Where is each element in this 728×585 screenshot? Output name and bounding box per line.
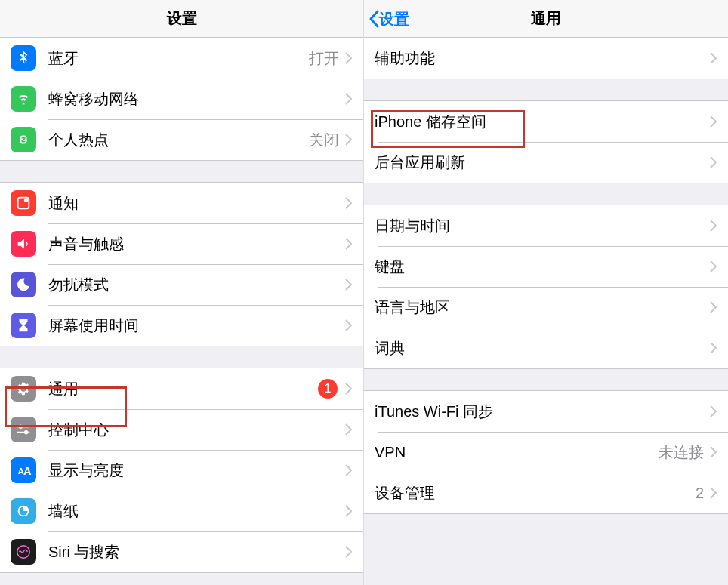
row-siri[interactable]: Siri 与搜索 — [0, 531, 363, 572]
back-label: 设置 — [379, 9, 409, 29]
sliders-icon — [11, 417, 36, 442]
row-cellular[interactable]: 蜂窝移动网络 — [0, 79, 363, 119]
row-storage[interactable]: iPhone 储存空间 — [364, 101, 728, 142]
general-title: 通用 — [531, 8, 561, 29]
background-label: 后台应用刷新 — [375, 152, 710, 173]
chevron-right-icon — [710, 220, 717, 232]
cellular-label: 蜂窝移动网络 — [48, 89, 345, 109]
hourglass-icon — [11, 313, 36, 338]
chevron-right-icon — [710, 260, 717, 272]
sounds-icon — [11, 231, 36, 257]
vpn-value: 未连接 — [659, 442, 704, 463]
notifications-label: 通知 — [48, 193, 345, 214]
chevron-right-icon — [710, 156, 717, 168]
row-dictionary[interactable]: 词典 — [364, 328, 728, 368]
hotspot-icon — [11, 127, 36, 152]
wallpaper-label: 墙纸 — [48, 501, 345, 522]
row-general[interactable]: 通用 1 — [0, 368, 363, 409]
display-label: 显示与亮度 — [48, 460, 345, 481]
row-profiles[interactable]: 设备管理 2 — [364, 473, 728, 513]
row-background[interactable]: 后台应用刷新 — [364, 142, 728, 183]
chevron-right-icon — [710, 487, 717, 499]
row-notifications[interactable]: 通知 — [0, 183, 363, 223]
row-controlcenter[interactable]: 控制中心 — [0, 409, 363, 450]
row-datetime[interactable]: 日期与时间 — [364, 205, 728, 246]
profiles-value: 2 — [696, 485, 704, 502]
chevron-right-icon — [345, 134, 353, 146]
chevron-right-icon — [345, 383, 353, 395]
chevron-right-icon — [345, 52, 353, 64]
sounds-label: 声音与触感 — [48, 234, 345, 254]
itunes-label: iTunes Wi-Fi 同步 — [375, 402, 710, 422]
settings-body: 蓝牙 打开 蜂窝移动网络 个人热点 关闭 通知 — [0, 38, 363, 585]
settings-panel: 设置 蓝牙 打开 蜂窝移动网络 个人热点 关闭 — [0, 0, 364, 585]
screentime-label: 屏幕使用时间 — [48, 316, 345, 336]
siri-icon — [11, 539, 36, 565]
row-hotspot[interactable]: 个人热点 关闭 — [0, 119, 363, 160]
chevron-right-icon — [345, 464, 353, 476]
dictionary-label: 词典 — [375, 338, 710, 359]
group-notifications: 通知 声音与触感 勿扰模式 屏幕使用时间 — [0, 182, 363, 346]
hotspot-label: 个人热点 — [48, 130, 309, 150]
bluetooth-label: 蓝牙 — [48, 48, 309, 69]
keyboard-label: 键盘 — [375, 257, 710, 277]
settings-title: 设置 — [167, 8, 197, 29]
row-screentime[interactable]: 屏幕使用时间 — [0, 305, 363, 346]
row-language[interactable]: 语言与地区 — [364, 287, 728, 328]
chevron-right-icon — [345, 546, 353, 558]
display-icon — [11, 457, 36, 483]
row-bluetooth[interactable]: 蓝牙 打开 — [0, 38, 363, 79]
accessibility-label: 辅助功能 — [375, 48, 710, 69]
group-g2: 日期与时间 键盘 语言与地区 词典 — [364, 205, 728, 369]
chevron-right-icon — [710, 405, 717, 417]
row-keyboard[interactable]: 键盘 — [364, 246, 728, 287]
row-sounds[interactable]: 声音与触感 — [0, 223, 363, 264]
row-vpn[interactable]: VPN 未连接 — [364, 432, 728, 473]
datetime-label: 日期与时间 — [375, 216, 710, 236]
general-badge: 1 — [318, 379, 338, 399]
dnd-label: 勿扰模式 — [48, 275, 345, 295]
row-dnd[interactable]: 勿扰模式 — [0, 264, 363, 305]
bluetooth-value: 打开 — [309, 48, 339, 69]
vpn-label: VPN — [375, 444, 659, 461]
chevron-right-icon — [710, 52, 717, 64]
general-header: 设置 通用 — [364, 0, 728, 38]
chevron-right-icon — [345, 505, 353, 517]
chevron-right-icon — [345, 423, 353, 436]
row-accessibility[interactable]: 辅助功能 — [364, 38, 728, 79]
group-connectivity: 蓝牙 打开 蜂窝移动网络 个人热点 关闭 — [0, 38, 363, 161]
group-g3: iTunes Wi-Fi 同步 VPN 未连接 设备管理 2 — [364, 390, 728, 514]
chevron-right-icon — [345, 279, 353, 291]
wallpaper-icon — [11, 498, 36, 524]
group-system: 通用 1 控制中心 显示与亮度 墙纸 Siri 与搜索 — [0, 368, 363, 573]
chevron-right-icon — [710, 342, 717, 354]
chevron-right-icon — [345, 238, 353, 250]
chevron-right-icon — [710, 446, 717, 458]
gear-icon — [11, 376, 36, 402]
general-label: 通用 — [48, 379, 318, 399]
group-g1: iPhone 储存空间 后台应用刷新 — [364, 100, 728, 183]
chevron-right-icon — [345, 197, 353, 209]
group-g0: 辅助功能 — [364, 38, 728, 79]
settings-header: 设置 — [0, 0, 363, 38]
storage-label: iPhone 储存空间 — [375, 112, 710, 132]
chevron-right-icon — [345, 93, 353, 105]
controlcenter-label: 控制中心 — [48, 420, 345, 440]
back-chevron-icon — [369, 10, 379, 28]
chevron-right-icon — [710, 115, 717, 128]
cellular-icon — [11, 86, 36, 112]
back-button[interactable]: 设置 — [369, 0, 409, 38]
bluetooth-icon — [11, 45, 36, 71]
siri-label: Siri 与搜索 — [48, 542, 345, 562]
general-body: 辅助功能 iPhone 储存空间 后台应用刷新 日期与时间 键盘 — [364, 38, 728, 585]
notifications-icon — [11, 190, 36, 216]
chevron-right-icon — [345, 319, 353, 331]
language-label: 语言与地区 — [375, 297, 710, 318]
general-panel: 设置 通用 辅助功能 iPhone 储存空间 后台应用刷新 日期与时间 — [364, 0, 728, 585]
hotspot-value: 关闭 — [309, 130, 339, 150]
row-wallpaper[interactable]: 墙纸 — [0, 491, 363, 531]
row-display[interactable]: 显示与亮度 — [0, 450, 363, 491]
row-itunes[interactable]: iTunes Wi-Fi 同步 — [364, 391, 728, 432]
chevron-right-icon — [710, 301, 717, 313]
profiles-label: 设备管理 — [375, 483, 696, 503]
